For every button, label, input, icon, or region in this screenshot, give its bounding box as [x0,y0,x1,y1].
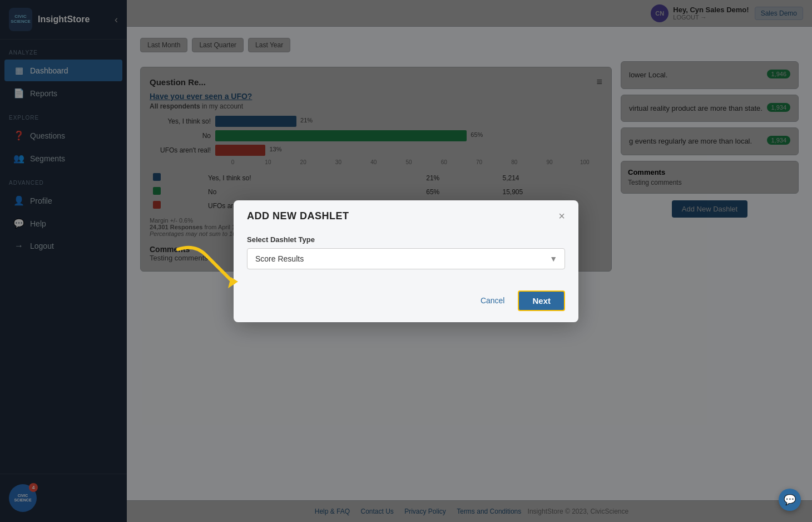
chat-icon: 💬 [784,494,796,506]
modal-overlay[interactable]: ADD NEW DASHLET × Select Dashlet Type Sc… [0,0,812,522]
dashlet-type-select[interactable]: Score Results Question Results Trend Res… [247,248,565,269]
modal-next-button[interactable]: Next [518,290,565,311]
modal-body: Select Dashlet Type Score Results Questi… [234,230,578,283]
chat-widget-button[interactable]: 💬 [779,489,801,511]
modal-footer: Cancel Next [234,283,578,322]
modal-header: ADD NEW DASHLET × [234,200,578,230]
modal-add-dashlet: ADD NEW DASHLET × Select Dashlet Type Sc… [234,200,578,322]
modal-select-label: Select Dashlet Type [247,235,565,244]
select-wrapper: Score Results Question Results Trend Res… [247,248,565,269]
modal-cancel-button[interactable]: Cancel [473,292,513,309]
modal-close-button[interactable]: × [558,210,565,221]
modal-title: ADD NEW DASHLET [247,210,349,222]
